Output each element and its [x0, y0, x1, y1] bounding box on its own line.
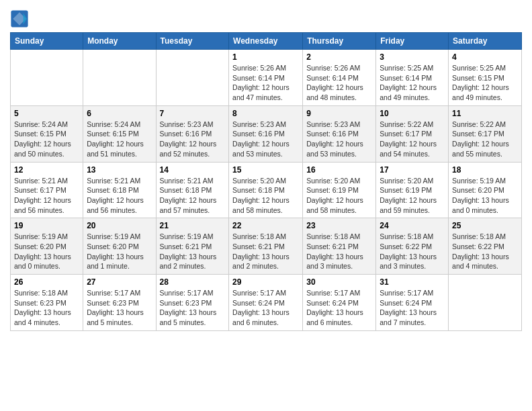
calendar-cell: 2Sunrise: 5:26 AM Sunset: 6:14 PM Daylig…	[303, 50, 376, 106]
cell-content: Sunrise: 5:19 AM Sunset: 6:20 PM Dayligh…	[87, 232, 152, 271]
weekday-header: Tuesday	[156, 33, 229, 50]
weekday-header: Friday	[376, 33, 449, 50]
day-number: 11	[452, 109, 518, 118]
calendar-cell: 21Sunrise: 5:19 AM Sunset: 6:21 PM Dayli…	[156, 218, 229, 275]
day-number: 22	[232, 221, 299, 230]
calendar-cell: 22Sunrise: 5:18 AM Sunset: 6:21 PM Dayli…	[229, 218, 303, 275]
calendar-cell	[449, 275, 522, 331]
day-number: 1	[232, 52, 299, 62]
header	[10, 7, 522, 28]
cell-content: Sunrise: 5:24 AM Sunset: 6:15 PM Dayligh…	[14, 120, 79, 159]
day-number: 27	[87, 277, 152, 287]
calendar-cell: 3Sunrise: 5:25 AM Sunset: 6:14 PM Daylig…	[376, 50, 449, 106]
cell-content: Sunrise: 5:25 AM Sunset: 6:14 PM Dayligh…	[380, 63, 445, 103]
calendar-cell: 10Sunrise: 5:22 AM Sunset: 6:17 PM Dayli…	[376, 105, 449, 162]
cell-content: Sunrise: 5:23 AM Sunset: 6:16 PM Dayligh…	[306, 120, 372, 159]
day-number: 24	[380, 221, 445, 230]
cell-content: Sunrise: 5:17 AM Sunset: 6:23 PM Dayligh…	[160, 288, 226, 328]
day-number: 7	[160, 109, 226, 118]
day-number: 5	[14, 109, 79, 118]
cell-content: Sunrise: 5:20 AM Sunset: 6:18 PM Dayligh…	[232, 176, 299, 216]
calendar-cell: 29Sunrise: 5:17 AM Sunset: 6:24 PM Dayli…	[229, 275, 303, 331]
day-number: 20	[87, 221, 152, 230]
calendar-cell: 4Sunrise: 5:25 AM Sunset: 6:15 PM Daylig…	[449, 50, 522, 106]
cell-content: Sunrise: 5:18 AM Sunset: 6:21 PM Dayligh…	[306, 232, 372, 271]
calendar-cell	[83, 50, 156, 106]
weekday-header: Monday	[83, 33, 156, 50]
day-number: 26	[14, 277, 79, 287]
day-number: 17	[380, 165, 445, 175]
calendar-week-row: 26Sunrise: 5:18 AM Sunset: 6:23 PM Dayli…	[11, 275, 522, 331]
calendar-cell	[11, 50, 83, 106]
day-number: 28	[160, 277, 226, 287]
cell-content: Sunrise: 5:23 AM Sunset: 6:16 PM Dayligh…	[232, 120, 299, 159]
calendar-header-row: SundayMondayTuesdayWednesdayThursdayFrid…	[11, 33, 522, 50]
calendar-week-row: 19Sunrise: 5:19 AM Sunset: 6:20 PM Dayli…	[11, 218, 522, 275]
cell-content: Sunrise: 5:21 AM Sunset: 6:18 PM Dayligh…	[160, 176, 226, 216]
calendar-cell: 8Sunrise: 5:23 AM Sunset: 6:16 PM Daylig…	[229, 105, 303, 162]
cell-content: Sunrise: 5:22 AM Sunset: 6:17 PM Dayligh…	[452, 120, 518, 159]
cell-content: Sunrise: 5:18 AM Sunset: 6:23 PM Dayligh…	[14, 288, 79, 328]
calendar-cell: 6Sunrise: 5:24 AM Sunset: 6:15 PM Daylig…	[83, 105, 156, 162]
cell-content: Sunrise: 5:21 AM Sunset: 6:17 PM Dayligh…	[14, 176, 79, 216]
day-number: 8	[232, 109, 299, 118]
calendar-cell: 31Sunrise: 5:17 AM Sunset: 6:24 PM Dayli…	[376, 275, 449, 331]
cell-content: Sunrise: 5:18 AM Sunset: 6:22 PM Dayligh…	[452, 232, 518, 271]
cell-content: Sunrise: 5:17 AM Sunset: 6:24 PM Dayligh…	[380, 288, 445, 328]
day-number: 9	[306, 109, 372, 118]
cell-content: Sunrise: 5:20 AM Sunset: 6:19 PM Dayligh…	[306, 176, 372, 216]
calendar-cell: 14Sunrise: 5:21 AM Sunset: 6:18 PM Dayli…	[156, 162, 229, 218]
weekday-header: Sunday	[11, 33, 83, 50]
cell-content: Sunrise: 5:18 AM Sunset: 6:22 PM Dayligh…	[380, 232, 445, 271]
day-number: 23	[306, 221, 372, 230]
cell-content: Sunrise: 5:26 AM Sunset: 6:14 PM Dayligh…	[232, 63, 299, 103]
calendar-cell: 17Sunrise: 5:20 AM Sunset: 6:19 PM Dayli…	[376, 162, 449, 218]
day-number: 16	[306, 165, 372, 175]
weekday-header: Wednesday	[229, 33, 303, 50]
calendar-cell: 13Sunrise: 5:21 AM Sunset: 6:18 PM Dayli…	[83, 162, 156, 218]
calendar-cell: 1Sunrise: 5:26 AM Sunset: 6:14 PM Daylig…	[229, 50, 303, 106]
cell-content: Sunrise: 5:19 AM Sunset: 6:20 PM Dayligh…	[14, 232, 79, 271]
calendar-cell: 27Sunrise: 5:17 AM Sunset: 6:23 PM Dayli…	[83, 275, 156, 331]
logo	[10, 9, 30, 28]
calendar-cell: 23Sunrise: 5:18 AM Sunset: 6:21 PM Dayli…	[303, 218, 376, 275]
day-number: 15	[232, 165, 299, 175]
calendar: SundayMondayTuesdayWednesdayThursdayFrid…	[10, 32, 522, 331]
cell-content: Sunrise: 5:17 AM Sunset: 6:23 PM Dayligh…	[87, 288, 152, 328]
cell-content: Sunrise: 5:20 AM Sunset: 6:19 PM Dayligh…	[380, 176, 445, 216]
cell-content: Sunrise: 5:24 AM Sunset: 6:15 PM Dayligh…	[87, 120, 152, 159]
calendar-cell: 24Sunrise: 5:18 AM Sunset: 6:22 PM Dayli…	[376, 218, 449, 275]
day-number: 2	[306, 52, 372, 62]
calendar-week-row: 1Sunrise: 5:26 AM Sunset: 6:14 PM Daylig…	[11, 50, 522, 106]
calendar-cell: 26Sunrise: 5:18 AM Sunset: 6:23 PM Dayli…	[11, 275, 83, 331]
calendar-cell: 9Sunrise: 5:23 AM Sunset: 6:16 PM Daylig…	[303, 105, 376, 162]
cell-content: Sunrise: 5:17 AM Sunset: 6:24 PM Dayligh…	[232, 288, 299, 328]
calendar-cell: 7Sunrise: 5:23 AM Sunset: 6:16 PM Daylig…	[156, 105, 229, 162]
day-number: 13	[87, 165, 152, 175]
calendar-cell: 20Sunrise: 5:19 AM Sunset: 6:20 PM Dayli…	[83, 218, 156, 275]
calendar-cell: 18Sunrise: 5:19 AM Sunset: 6:20 PM Dayli…	[449, 162, 522, 218]
day-number: 3	[380, 52, 445, 62]
cell-content: Sunrise: 5:21 AM Sunset: 6:18 PM Dayligh…	[87, 176, 152, 216]
cell-content: Sunrise: 5:25 AM Sunset: 6:15 PM Dayligh…	[452, 63, 518, 103]
calendar-cell	[156, 50, 229, 106]
logo-icon	[10, 9, 29, 28]
day-number: 30	[306, 277, 372, 287]
day-number: 4	[452, 52, 518, 62]
weekday-header: Thursday	[303, 33, 376, 50]
day-number: 29	[232, 277, 299, 287]
calendar-cell: 19Sunrise: 5:19 AM Sunset: 6:20 PM Dayli…	[11, 218, 83, 275]
cell-content: Sunrise: 5:23 AM Sunset: 6:16 PM Dayligh…	[160, 120, 226, 159]
cell-content: Sunrise: 5:17 AM Sunset: 6:24 PM Dayligh…	[306, 288, 372, 328]
calendar-cell: 5Sunrise: 5:24 AM Sunset: 6:15 PM Daylig…	[11, 105, 83, 162]
cell-content: Sunrise: 5:22 AM Sunset: 6:17 PM Dayligh…	[380, 120, 445, 159]
day-number: 6	[87, 109, 152, 118]
calendar-cell: 30Sunrise: 5:17 AM Sunset: 6:24 PM Dayli…	[303, 275, 376, 331]
day-number: 12	[14, 165, 79, 175]
day-number: 10	[380, 109, 445, 118]
calendar-cell: 16Sunrise: 5:20 AM Sunset: 6:19 PM Dayli…	[303, 162, 376, 218]
day-number: 14	[160, 165, 226, 175]
cell-content: Sunrise: 5:19 AM Sunset: 6:20 PM Dayligh…	[452, 176, 518, 216]
calendar-cell: 11Sunrise: 5:22 AM Sunset: 6:17 PM Dayli…	[449, 105, 522, 162]
day-number: 25	[452, 221, 518, 230]
